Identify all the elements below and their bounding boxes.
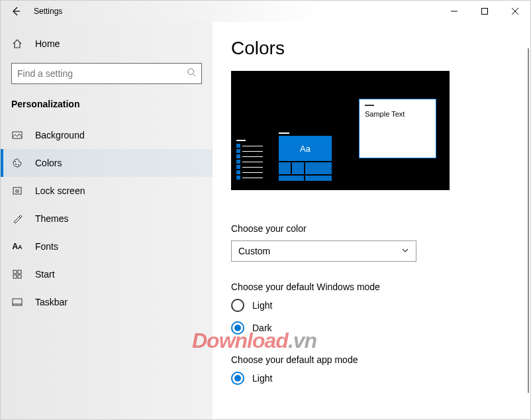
category-header: Personalization [1,87,213,117]
radio-label: Light [252,373,272,384]
palette-icon [11,157,23,169]
preview-start-menu [236,140,263,181]
sidebar-item-label: Colors [35,158,62,168]
sidebar-item-label: Background [35,130,85,140]
windows-mode-label: Choose your default Windows mode [231,282,504,292]
svg-point-7 [15,161,16,162]
svg-line-5 [193,74,196,77]
svg-rect-11 [16,190,19,192]
sidebar-item-label: Lock screen [35,185,85,196]
taskbar-icon [11,296,23,308]
sidebar-item-label: Fonts [35,241,58,252]
page-title: Colors [231,38,504,59]
preview-sample-text: Sample Text [365,110,430,118]
chevron-down-icon [401,246,409,256]
app-mode-group: Light [231,372,504,385]
svg-rect-12 [13,270,17,274]
sidebar-item-taskbar[interactable]: Taskbar [1,288,213,316]
search-box[interactable] [11,63,202,84]
windows-mode-group: Light Dark [231,299,504,335]
back-button[interactable] [1,1,31,22]
choose-color-dropdown[interactable]: Custom [231,240,416,262]
radio-label: Dark [252,323,272,333]
start-icon [11,268,23,280]
svg-point-9 [18,164,19,166]
maximize-icon [481,8,488,15]
svg-rect-14 [13,275,17,278]
sidebar-item-start[interactable]: Start [1,260,213,288]
svg-rect-1 [482,9,488,15]
sidebar-item-colors[interactable]: Colors [1,149,213,177]
minimize-icon [451,8,458,15]
choose-color-label: Choose your color [231,223,504,234]
app-mode-label: Choose your default app mode [231,354,504,365]
themes-icon [11,213,23,225]
windows-mode-dark[interactable]: Dark [231,321,504,335]
sidebar-item-label: Themes [35,213,69,224]
lockscreen-icon [11,185,23,197]
home-label: Home [35,38,60,49]
fonts-icon: AA [11,240,23,252]
main-panel: Colors Aa Sample Text [213,22,530,419]
scrollbar[interactable] [528,48,529,393]
search-icon [187,68,196,79]
preview-app-window: Sample Text [359,99,436,158]
sidebar-item-lockscreen[interactable]: Lock screen [1,177,213,205]
svg-rect-13 [18,270,21,274]
preview-tiles: Aa [279,132,332,181]
search-input[interactable] [17,68,187,79]
preview-tile-big: Aa [279,136,332,161]
close-icon [512,8,518,15]
windows-mode-light[interactable]: Light [231,299,504,312]
window-controls [439,1,530,22]
app-title: Settings [34,7,439,16]
titlebar: Settings [1,1,530,22]
sidebar-item-fonts[interactable]: AA Fonts [1,233,213,260]
sidebar-item-background[interactable]: Background [1,121,213,149]
maximize-button[interactable] [469,1,500,22]
sidebar: Home Personalization Background Colors L… [1,22,213,419]
minimize-button[interactable] [439,1,469,22]
svg-point-4 [188,69,194,75]
sidebar-item-label: Taskbar [35,297,68,307]
svg-rect-15 [18,275,21,278]
radio-icon [231,372,244,385]
dropdown-value: Custom [238,246,270,256]
home-nav[interactable]: Home [1,30,213,58]
home-icon [11,38,23,50]
arrow-left-icon [11,6,21,17]
color-preview: Aa Sample Text [231,71,450,190]
sidebar-item-themes[interactable]: Themes [1,205,213,233]
sidebar-item-label: Start [35,269,55,280]
svg-rect-10 [13,187,21,194]
radio-icon [231,299,244,312]
svg-point-8 [15,164,17,165]
app-mode-light[interactable]: Light [231,372,504,385]
picture-icon [11,129,23,141]
close-button[interactable] [500,1,530,22]
radio-icon [231,321,244,335]
radio-label: Light [252,300,272,311]
